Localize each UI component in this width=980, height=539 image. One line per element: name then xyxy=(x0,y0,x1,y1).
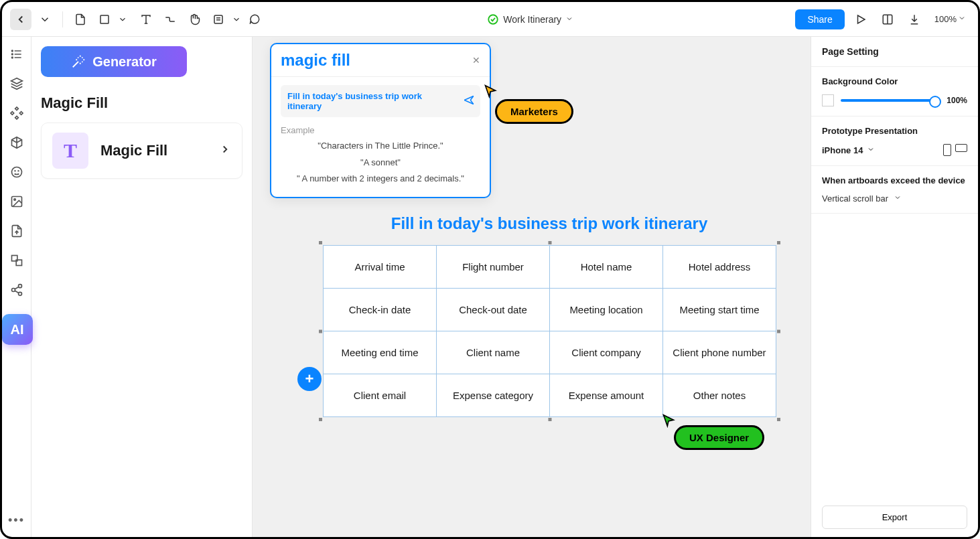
handle-icon[interactable] xyxy=(777,329,780,333)
table-cell[interactable]: Other notes xyxy=(663,374,776,417)
svg-point-29 xyxy=(18,285,21,288)
handle-icon[interactable] xyxy=(548,241,551,244)
document-title-text: Work Itinerary xyxy=(503,14,561,25)
svg-point-31 xyxy=(18,292,21,295)
handle-icon[interactable] xyxy=(319,418,322,421)
chevron-down-icon xyxy=(565,14,573,25)
upload-page-icon[interactable] xyxy=(9,223,25,239)
landscape-icon[interactable] xyxy=(955,144,967,152)
table-row: Arrival time Flight number Hotel name Ho… xyxy=(324,246,776,289)
svg-point-21 xyxy=(11,167,21,177)
chevron-down-icon xyxy=(958,14,966,24)
back-dropdown[interactable] xyxy=(34,9,56,30)
top-toolbar: Work Itinerary Share 100% xyxy=(2,2,978,37)
close-icon[interactable]: ✕ xyxy=(472,55,480,66)
add-row-button[interactable]: + xyxy=(297,367,322,391)
image-icon[interactable] xyxy=(9,194,25,210)
cursor-marketer-label: Marketers xyxy=(495,99,573,124)
table-cell[interactable]: Hotel address xyxy=(663,246,776,289)
layers-icon[interactable] xyxy=(9,76,25,92)
document-title[interactable]: Work Itinerary xyxy=(268,13,792,25)
magic-fill-popover: magic fill ✕ Fill in today's business tr… xyxy=(270,43,491,198)
table-cell[interactable]: Client phone number xyxy=(663,331,776,374)
left-panel: Generator Magic Fill T Magic Fill xyxy=(31,37,253,537)
generator-button[interactable]: Generator xyxy=(41,46,187,77)
table-cell[interactable]: Meeting location xyxy=(550,289,663,331)
table-cell[interactable]: Arrival time xyxy=(324,246,437,289)
table-cell[interactable]: Hotel name xyxy=(550,246,663,289)
handle-icon[interactable] xyxy=(319,329,322,333)
table-cell[interactable]: Expense amount xyxy=(550,374,663,417)
svg-rect-19 xyxy=(10,112,13,115)
export-button[interactable]: Export xyxy=(822,506,967,529)
table-row: Check-in date Check-out date Meeting loc… xyxy=(324,289,776,331)
send-icon[interactable] xyxy=(463,94,475,108)
resize-icon[interactable] xyxy=(9,252,25,268)
connector-icon[interactable] xyxy=(159,9,181,30)
play-icon[interactable] xyxy=(850,9,871,30)
download-icon[interactable] xyxy=(904,9,925,30)
table-cell[interactable]: Client company xyxy=(550,331,663,374)
exceed-label: When artboards exceed the device xyxy=(822,175,967,185)
table-cell[interactable]: Check-in date xyxy=(324,289,437,331)
table-cell[interactable]: Meeting start time xyxy=(663,289,776,331)
cursor-designer-pointer xyxy=(662,413,675,431)
prompt-input[interactable]: Fill in today's business trip work itine… xyxy=(281,85,480,117)
table-cell[interactable]: Meeting end time xyxy=(324,331,437,374)
frame-icon[interactable] xyxy=(94,9,115,30)
scroll-mode-select[interactable]: Vertical scroll bar xyxy=(822,194,967,204)
section-title: Magic Fill xyxy=(41,94,242,112)
chevron-down-icon xyxy=(894,194,902,204)
comment-icon[interactable] xyxy=(244,9,265,30)
canvas-title: Fill in today's business trip work itine… xyxy=(323,214,776,233)
table-wrap[interactable]: + Arrival time Flight number Hotel name … xyxy=(323,245,776,417)
back-button[interactable] xyxy=(10,9,31,30)
share-button[interactable]: Share xyxy=(795,9,844,29)
page-setting-title: Page Setting xyxy=(822,46,967,57)
table-cell[interactable]: Client name xyxy=(437,331,550,374)
device-select[interactable]: iPhone 14 xyxy=(822,145,875,155)
svg-rect-17 xyxy=(15,107,18,110)
handle-icon[interactable] xyxy=(319,241,322,244)
layout-icon[interactable] xyxy=(877,9,898,30)
zoom-control[interactable]: 100% xyxy=(930,14,970,24)
table-cell[interactable]: Client email xyxy=(324,374,437,417)
cube-icon[interactable] xyxy=(9,135,25,151)
bg-color-label: Background Color xyxy=(822,76,967,86)
check-circle-icon xyxy=(487,13,499,25)
itinerary-table[interactable]: Arrival time Flight number Hotel name Ho… xyxy=(323,245,776,417)
ai-badge[interactable]: AI xyxy=(2,314,33,345)
color-swatch[interactable] xyxy=(822,94,834,106)
note-icon[interactable] xyxy=(208,9,229,30)
components-icon[interactable] xyxy=(9,105,25,121)
outline-icon[interactable] xyxy=(9,46,25,62)
new-page-icon[interactable] xyxy=(70,9,91,30)
share-nodes-icon[interactable] xyxy=(9,282,25,298)
handle-icon[interactable] xyxy=(777,241,780,244)
text-tool-icon[interactable] xyxy=(135,9,157,30)
svg-rect-0 xyxy=(100,15,109,23)
popover-title: magic fill xyxy=(281,51,350,70)
prototype-label: Prototype Presentation xyxy=(822,126,967,136)
opacity-slider[interactable] xyxy=(841,99,940,102)
svg-point-23 xyxy=(18,171,19,171)
chevron-right-icon xyxy=(219,143,231,158)
svg-point-14 xyxy=(11,54,13,55)
canvas[interactable]: magic fill ✕ Fill in today's business tr… xyxy=(253,37,811,537)
svg-point-22 xyxy=(15,171,15,171)
hand-tool-icon[interactable] xyxy=(184,9,205,30)
handle-icon[interactable] xyxy=(777,418,780,421)
emoji-icon[interactable] xyxy=(9,164,25,180)
table-cell[interactable]: Check-out date xyxy=(437,289,550,331)
frame-dropdown[interactable] xyxy=(118,9,127,30)
magic-fill-card[interactable]: T Magic Fill xyxy=(41,123,242,179)
more-icon[interactable]: ••• xyxy=(8,514,25,528)
table-cell[interactable]: Flight number xyxy=(437,246,550,289)
example-label: Example xyxy=(281,125,480,135)
table-cell[interactable]: Expense category xyxy=(437,374,550,417)
opacity-value: 100% xyxy=(947,96,967,105)
handle-icon[interactable] xyxy=(548,418,551,421)
portrait-icon[interactable] xyxy=(943,144,951,156)
note-dropdown[interactable] xyxy=(232,9,241,30)
svg-rect-20 xyxy=(19,112,23,115)
